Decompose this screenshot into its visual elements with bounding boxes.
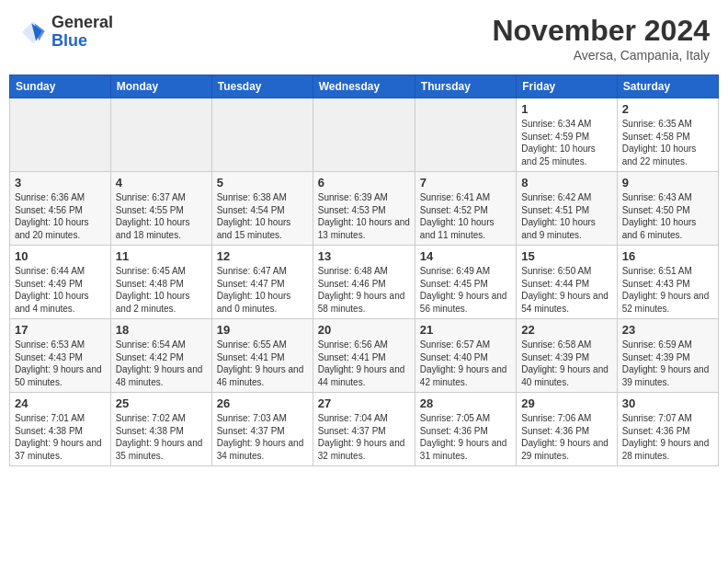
day-info: Sunrise: 7:07 AM Sunset: 4:36 PM Dayligh… bbox=[622, 412, 713, 462]
day-info: Sunrise: 6:58 AM Sunset: 4:39 PM Dayligh… bbox=[521, 339, 611, 388]
day-number: 12 bbox=[217, 249, 308, 263]
day-number: 29 bbox=[521, 396, 611, 410]
page-header: General Blue November 2024 Aversa, Campa… bbox=[9, 9, 719, 67]
day-info: Sunrise: 6:36 AM Sunset: 4:56 PM Dayligh… bbox=[15, 191, 106, 241]
day-number: 13 bbox=[318, 249, 410, 263]
day-info: Sunrise: 6:39 AM Sunset: 4:53 PM Dayligh… bbox=[318, 191, 410, 241]
calendar-cell: 21Sunrise: 6:57 AM Sunset: 4:40 PM Dayli… bbox=[415, 319, 516, 393]
day-number: 16 bbox=[622, 249, 713, 263]
day-info: Sunrise: 6:41 AM Sunset: 4:52 PM Dayligh… bbox=[420, 191, 511, 241]
calendar-cell bbox=[211, 98, 313, 172]
day-info: Sunrise: 6:37 AM Sunset: 4:55 PM Dayligh… bbox=[116, 191, 207, 241]
logo-blue-text: Blue bbox=[51, 32, 113, 51]
day-info: Sunrise: 6:50 AM Sunset: 4:44 PM Dayligh… bbox=[521, 265, 611, 315]
day-number: 1 bbox=[521, 102, 611, 116]
day-number: 22 bbox=[521, 323, 611, 337]
calendar-cell: 1Sunrise: 6:34 AM Sunset: 4:59 PM Daylig… bbox=[517, 98, 617, 172]
day-number: 28 bbox=[420, 396, 511, 410]
day-number: 7 bbox=[420, 176, 511, 190]
calendar-cell: 24Sunrise: 7:01 AM Sunset: 4:38 PM Dayli… bbox=[10, 393, 111, 466]
day-number: 26 bbox=[217, 396, 308, 410]
day-info: Sunrise: 6:44 AM Sunset: 4:49 PM Dayligh… bbox=[15, 265, 106, 315]
day-number: 25 bbox=[116, 396, 207, 410]
calendar-cell: 26Sunrise: 7:03 AM Sunset: 4:37 PM Dayli… bbox=[211, 393, 313, 466]
day-number: 20 bbox=[318, 323, 410, 337]
day-info: Sunrise: 6:34 AM Sunset: 4:59 PM Dayligh… bbox=[521, 118, 611, 167]
calendar-cell: 5Sunrise: 6:38 AM Sunset: 4:54 PM Daylig… bbox=[211, 172, 313, 246]
calendar-cell: 2Sunrise: 6:35 AM Sunset: 4:58 PM Daylig… bbox=[617, 98, 718, 172]
calendar-cell: 7Sunrise: 6:41 AM Sunset: 4:52 PM Daylig… bbox=[415, 172, 516, 246]
logo-icon bbox=[18, 17, 48, 47]
weekday-header-row: SundayMondayTuesdayWednesdayThursdayFrid… bbox=[10, 75, 719, 98]
weekday-header-thursday: Thursday bbox=[415, 75, 516, 98]
day-info: Sunrise: 6:48 AM Sunset: 4:46 PM Dayligh… bbox=[318, 265, 410, 315]
logo-text: General Blue bbox=[51, 14, 113, 51]
day-number: 5 bbox=[217, 176, 308, 190]
day-info: Sunrise: 7:05 AM Sunset: 4:36 PM Dayligh… bbox=[420, 412, 511, 462]
day-number: 24 bbox=[15, 396, 106, 410]
calendar-cell: 16Sunrise: 6:51 AM Sunset: 4:43 PM Dayli… bbox=[617, 246, 718, 319]
calendar-cell: 12Sunrise: 6:47 AM Sunset: 4:47 PM Dayli… bbox=[211, 246, 313, 319]
logo: General Blue bbox=[18, 14, 113, 51]
day-info: Sunrise: 6:56 AM Sunset: 4:41 PM Dayligh… bbox=[318, 339, 410, 388]
weekday-header-monday: Monday bbox=[110, 75, 211, 98]
day-info: Sunrise: 7:03 AM Sunset: 4:37 PM Dayligh… bbox=[217, 412, 308, 462]
day-number: 11 bbox=[116, 249, 207, 263]
calendar-cell: 23Sunrise: 6:59 AM Sunset: 4:39 PM Dayli… bbox=[617, 319, 718, 393]
location-text: Aversa, Campania, Italy bbox=[492, 48, 710, 63]
calendar-cell: 9Sunrise: 6:43 AM Sunset: 4:50 PM Daylig… bbox=[617, 172, 718, 246]
calendar-cell: 10Sunrise: 6:44 AM Sunset: 4:49 PM Dayli… bbox=[10, 246, 111, 319]
weekday-header-wednesday: Wednesday bbox=[313, 75, 415, 98]
calendar-cell: 11Sunrise: 6:45 AM Sunset: 4:48 PM Dayli… bbox=[110, 246, 211, 319]
calendar-cell: 30Sunrise: 7:07 AM Sunset: 4:36 PM Dayli… bbox=[617, 393, 718, 466]
calendar-table: SundayMondayTuesdayWednesdayThursdayFrid… bbox=[9, 75, 719, 466]
day-info: Sunrise: 6:47 AM Sunset: 4:47 PM Dayligh… bbox=[217, 265, 308, 315]
day-info: Sunrise: 6:57 AM Sunset: 4:40 PM Dayligh… bbox=[420, 339, 511, 388]
day-number: 8 bbox=[521, 176, 611, 190]
day-number: 27 bbox=[318, 396, 410, 410]
day-info: Sunrise: 6:38 AM Sunset: 4:54 PM Dayligh… bbox=[217, 191, 308, 241]
day-number: 9 bbox=[622, 176, 713, 190]
title-section: November 2024 Aversa, Campania, Italy bbox=[492, 14, 710, 63]
calendar-cell bbox=[313, 98, 415, 172]
day-info: Sunrise: 6:43 AM Sunset: 4:50 PM Dayligh… bbox=[622, 191, 713, 241]
day-info: Sunrise: 6:53 AM Sunset: 4:43 PM Dayligh… bbox=[15, 339, 106, 388]
calendar-cell bbox=[10, 98, 111, 172]
calendar-cell: 17Sunrise: 6:53 AM Sunset: 4:43 PM Dayli… bbox=[10, 319, 111, 393]
day-info: Sunrise: 6:42 AM Sunset: 4:51 PM Dayligh… bbox=[521, 191, 611, 241]
day-number: 23 bbox=[622, 323, 713, 337]
day-number: 30 bbox=[622, 396, 713, 410]
logo-general-text: General bbox=[51, 14, 113, 32]
day-number: 4 bbox=[116, 176, 207, 190]
weekday-header-saturday: Saturday bbox=[617, 75, 718, 98]
day-info: Sunrise: 6:54 AM Sunset: 4:42 PM Dayligh… bbox=[116, 339, 207, 388]
month-title: November 2024 bbox=[492, 14, 710, 48]
day-number: 3 bbox=[15, 176, 106, 190]
weekday-header-sunday: Sunday bbox=[10, 75, 111, 98]
calendar-cell: 13Sunrise: 6:48 AM Sunset: 4:46 PM Dayli… bbox=[313, 246, 415, 319]
calendar-week-row: 1Sunrise: 6:34 AM Sunset: 4:59 PM Daylig… bbox=[10, 98, 719, 172]
day-info: Sunrise: 7:02 AM Sunset: 4:38 PM Dayligh… bbox=[116, 412, 207, 462]
day-number: 10 bbox=[15, 249, 106, 263]
day-info: Sunrise: 6:45 AM Sunset: 4:48 PM Dayligh… bbox=[116, 265, 207, 315]
day-number: 18 bbox=[116, 323, 207, 337]
day-number: 15 bbox=[521, 249, 611, 263]
calendar-cell: 14Sunrise: 6:49 AM Sunset: 4:45 PM Dayli… bbox=[415, 246, 516, 319]
day-info: Sunrise: 7:04 AM Sunset: 4:37 PM Dayligh… bbox=[318, 412, 410, 462]
day-info: Sunrise: 6:51 AM Sunset: 4:43 PM Dayligh… bbox=[622, 265, 713, 315]
day-info: Sunrise: 7:06 AM Sunset: 4:36 PM Dayligh… bbox=[521, 412, 611, 462]
day-number: 2 bbox=[622, 102, 713, 116]
day-number: 14 bbox=[420, 249, 511, 263]
calendar-week-row: 3Sunrise: 6:36 AM Sunset: 4:56 PM Daylig… bbox=[10, 172, 719, 246]
weekday-header-friday: Friday bbox=[517, 75, 617, 98]
day-number: 21 bbox=[420, 323, 511, 337]
calendar-cell: 15Sunrise: 6:50 AM Sunset: 4:44 PM Dayli… bbox=[517, 246, 617, 319]
calendar-cell: 20Sunrise: 6:56 AM Sunset: 4:41 PM Dayli… bbox=[313, 319, 415, 393]
calendar-cell: 29Sunrise: 7:06 AM Sunset: 4:36 PM Dayli… bbox=[517, 393, 617, 466]
day-info: Sunrise: 7:01 AM Sunset: 4:38 PM Dayligh… bbox=[15, 412, 106, 462]
calendar-cell bbox=[110, 98, 211, 172]
calendar-cell: 18Sunrise: 6:54 AM Sunset: 4:42 PM Dayli… bbox=[110, 319, 211, 393]
calendar-cell: 19Sunrise: 6:55 AM Sunset: 4:41 PM Dayli… bbox=[211, 319, 313, 393]
day-info: Sunrise: 6:35 AM Sunset: 4:58 PM Dayligh… bbox=[622, 118, 713, 167]
calendar-cell: 27Sunrise: 7:04 AM Sunset: 4:37 PM Dayli… bbox=[313, 393, 415, 466]
